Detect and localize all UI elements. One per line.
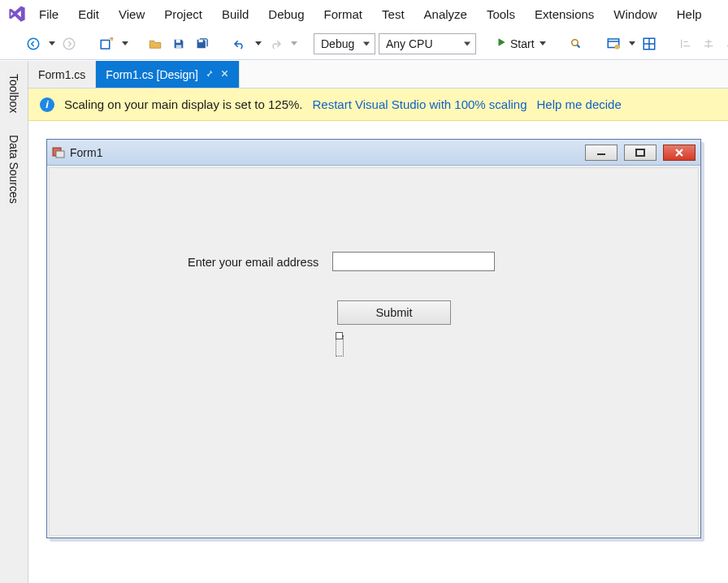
menu-analyze[interactable]: Analyze [414,4,477,24]
document-tab-strip: Form1.cs Form1.cs [Design] [28,61,728,89]
save-button[interactable] [169,33,188,54]
redo-button [265,33,286,54]
find-button[interactable] [566,33,587,54]
email-textbox[interactable] [332,252,495,271]
align-center-button [699,33,718,54]
svg-rect-6 [199,39,203,41]
svg-rect-4 [176,39,180,42]
configuration-select[interactable]: Debug [314,33,375,54]
open-file-button[interactable] [145,33,166,54]
svg-point-0 [28,38,39,50]
svg-point-3 [110,37,113,39]
platform-value: Any CPU [386,37,433,50]
menu-tools[interactable]: Tools [477,4,525,24]
restart-scaling-link[interactable]: Restart Visual Studio with 100% scaling [313,97,527,111]
chevron-down-icon[interactable] [49,41,55,45]
nav-back-button[interactable] [23,33,44,54]
help-me-decide-link[interactable]: Help me decide [537,97,622,111]
tab-label: Form1.cs [38,68,85,81]
svg-rect-13 [636,149,644,156]
browser-select-button[interactable] [603,33,624,54]
form-title: Form1 [70,146,578,159]
new-project-button[interactable] [96,33,117,54]
minimize-button[interactable] [585,145,618,161]
align-left-button [676,33,696,54]
info-icon: i [40,97,54,112]
info-message: Scaling on your main display is set to 1… [64,97,303,111]
layout-grid-button[interactable] [639,33,660,54]
menu-build[interactable]: Build [212,4,258,24]
save-all-button[interactable] [192,33,213,54]
scaling-info-bar: i Scaling on your main display is set to… [28,89,728,121]
chevron-down-icon[interactable] [122,41,128,45]
main-menu-bar: File Edit View Project Build Debug Forma… [0,0,728,28]
menu-help[interactable]: Help [667,4,712,24]
form-icon [52,146,65,159]
menu-test[interactable]: Test [372,4,414,24]
start-debug-button[interactable]: Start [492,33,549,54]
menu-project[interactable]: Project [154,4,212,24]
pin-icon[interactable] [205,69,214,80]
design-form-window[interactable]: Form1 Enter your email address Submit [46,139,701,538]
chevron-down-icon [291,41,297,45]
form-client-area[interactable]: Enter your email address Submit [49,167,699,536]
close-button[interactable] [663,145,696,161]
toolbox-tab[interactable]: Toolbox [6,69,22,118]
left-tool-rail: Toolbox Data Sources [0,61,28,583]
menu-debug[interactable]: Debug [258,4,314,24]
configuration-value: Debug [321,37,354,50]
form-titlebar[interactable]: Form1 [47,140,700,166]
form-designer-surface[interactable]: Form1 Enter your email address Submit [28,121,728,583]
menu-file[interactable]: File [29,4,68,24]
nav-forward-button [58,33,80,54]
tab-form1-design[interactable]: Form1.cs [Design] [96,61,240,88]
data-sources-tab[interactable]: Data Sources [6,130,22,209]
start-label: Start [510,37,535,50]
menu-format[interactable]: Format [314,4,373,24]
svg-point-7 [571,39,578,45]
chevron-down-icon[interactable] [255,41,262,45]
vs-logo-icon [5,5,29,23]
undo-button[interactable] [229,33,250,54]
main-toolbar: Debug Any CPU Start [0,28,728,60]
platform-select[interactable]: Any CPU [379,33,476,54]
submit-button[interactable]: Submit [337,300,451,325]
svg-rect-12 [56,151,64,158]
svg-point-9 [614,44,619,49]
chevron-down-icon[interactable] [629,41,635,45]
svg-point-1 [63,38,75,50]
svg-rect-2 [101,40,110,49]
maximize-button[interactable] [624,145,656,161]
menu-edit[interactable]: Edit [68,4,109,24]
svg-rect-5 [176,45,182,48]
tab-form1-cs[interactable]: Form1.cs [28,61,96,88]
tab-label: Form1.cs [Design] [106,68,198,81]
close-icon[interactable] [220,69,229,80]
designer-selection-handle[interactable] [336,335,344,356]
menu-extensions[interactable]: Extensions [525,4,604,24]
play-icon [496,37,507,50]
menu-window[interactable]: Window [604,4,666,24]
menu-view[interactable]: View [109,4,154,24]
email-label[interactable]: Enter your email address [188,256,318,269]
align-right-button [722,33,728,54]
chevron-down-icon[interactable] [540,41,546,45]
